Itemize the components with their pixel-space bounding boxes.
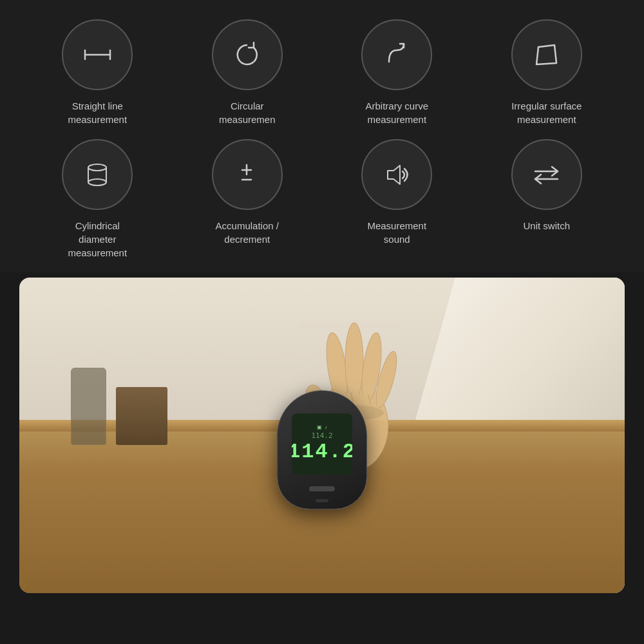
feature-irregular-surface: Irregular surfacemeasurement — [475, 19, 619, 126]
feature-cylindrical: Cylindricaldiametermeasurement — [26, 139, 169, 260]
screen-sound-icon: ♪ — [325, 424, 327, 430]
unit-switch-circle — [511, 139, 582, 210]
unit-switch-label: Unit switch — [523, 219, 570, 232]
unit-switch-icon — [529, 157, 564, 193]
glass-body — [71, 368, 106, 445]
screen-mode-icon: ▣ — [317, 424, 322, 430]
circular-circle — [212, 19, 283, 90]
svg-point-17 — [345, 323, 363, 400]
straight-line-icon — [80, 37, 115, 73]
sound-circle — [361, 139, 432, 210]
cylindrical-label: Cylindricaldiametermeasurement — [68, 219, 127, 260]
arbitrary-curve-icon — [379, 37, 415, 73]
screen-main-value: 114.2 — [292, 440, 352, 464]
feature-unit-switch: Unit switch — [475, 139, 619, 260]
measuring-device: ▣ ♪ 114.2 114.2 — [277, 390, 367, 509]
svg-point-4 — [88, 164, 106, 171]
straight-line-circle — [62, 19, 133, 90]
device-port — [316, 499, 328, 502]
arbitrary-curve-label: Arbitrary curvemeasurement — [365, 99, 428, 126]
svg-marker-11 — [388, 166, 400, 184]
sound-icon — [379, 157, 415, 193]
features-grid: Straight linemeasurement Circularmeasure… — [0, 0, 644, 272]
page-container: Straight linemeasurement Circularmeasure… — [0, 0, 644, 593]
straight-line-label: Straight linemeasurement — [68, 99, 127, 126]
bottom-photo: ▣ ♪ 114.2 114.2 — [19, 278, 625, 593]
feature-straight-line: Straight linemeasurement — [26, 19, 169, 126]
screen-top-row: ▣ ♪ — [317, 424, 327, 430]
feature-sound: Measurementsound — [325, 139, 469, 260]
box-object — [116, 387, 167, 445]
svg-marker-3 — [536, 45, 556, 64]
feature-arbitrary-curve: Arbitrary curvemeasurement — [325, 19, 469, 126]
device-screen: ▣ ♪ 114.2 114.2 — [292, 413, 352, 475]
sound-label: Measurementsound — [367, 219, 426, 246]
arbitrary-curve-circle — [361, 19, 432, 90]
feature-accumulation: Accumulation /decrement — [176, 139, 319, 260]
accumulation-icon — [229, 157, 265, 193]
photo-scene: ▣ ♪ 114.2 114.2 — [19, 278, 625, 593]
device-body: ▣ ♪ 114.2 114.2 — [277, 390, 367, 509]
feature-circular: Circularmeasuremen — [176, 19, 319, 126]
irregular-surface-icon — [529, 37, 564, 73]
device-top-button[interactable] — [309, 486, 335, 491]
screen-small-value: 114.2 — [311, 431, 332, 440]
accumulation-circle — [212, 139, 283, 210]
irregular-surface-circle — [511, 19, 582, 90]
circular-icon — [229, 37, 265, 73]
glass-object — [71, 368, 106, 445]
cylindrical-circle — [62, 139, 133, 210]
circular-label: Circularmeasuremen — [219, 99, 276, 126]
cylindrical-icon — [80, 157, 115, 193]
svg-point-5 — [88, 179, 106, 185]
accumulation-label: Accumulation /decrement — [216, 219, 279, 246]
irregular-surface-label: Irregular surfacemeasurement — [511, 99, 582, 126]
